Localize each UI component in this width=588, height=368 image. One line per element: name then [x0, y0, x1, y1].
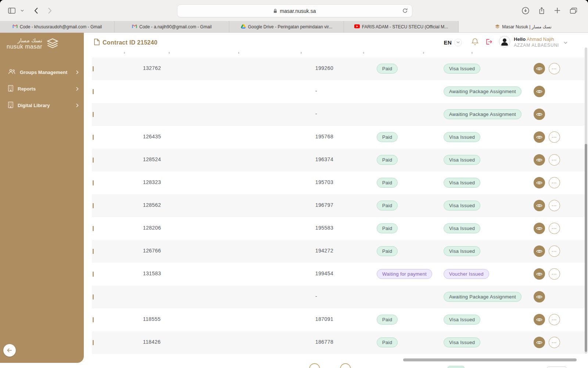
view-button[interactable] [534, 154, 545, 166]
row-flag [93, 203, 94, 208]
contract-number-cell: 131583 [143, 270, 161, 276]
more-actions-button[interactable]: ··· [549, 268, 560, 280]
visa-status-badge: Visa Issued [444, 178, 480, 188]
page-title: Contract ID 215240 [94, 39, 157, 47]
back-icon[interactable] [34, 7, 38, 14]
view-button[interactable] [534, 86, 545, 97]
page-size-select[interactable] [547, 367, 567, 368]
more-actions-button[interactable]: ··· [549, 245, 560, 257]
view-button[interactable] [534, 245, 545, 257]
browser-tab-bar: Code - khususraudoh@gmail.com - GmailCod… [0, 21, 588, 33]
visa-status-badge: Awaiting Package Assignment [444, 292, 521, 302]
column-sort-caret [169, 52, 170, 54]
refresh-icon[interactable] [402, 8, 408, 13]
horizontal-scrollbar-thumb[interactable] [403, 358, 577, 361]
table-row: -Awaiting Package Assignment [92, 286, 585, 308]
url-text: masar.nusuk.sa [280, 8, 316, 14]
contract-number-cell: 132762 [143, 65, 161, 71]
view-button[interactable] [534, 314, 545, 325]
more-actions-button[interactable]: ··· [549, 223, 560, 234]
row-flag [93, 249, 94, 254]
view-button[interactable] [534, 291, 545, 302]
more-actions-button[interactable]: ··· [549, 314, 560, 325]
visa-status-badge: Visa Issued [444, 315, 480, 325]
document-icon [94, 39, 100, 47]
reference-number-cell: 195768 [315, 134, 333, 139]
row-flag [93, 89, 94, 94]
share-icon[interactable] [539, 7, 545, 14]
tab-title: Code - khususraudoh@gmail.com - Gmail [20, 24, 102, 29]
more-actions-button[interactable]: ··· [549, 337, 560, 348]
sidebar-toggle-icon[interactable] [8, 8, 15, 14]
user-menu[interactable]: Hello Ahmad Najih AZZAM ALBAESUNI [499, 36, 567, 49]
column-sort-caret [301, 52, 302, 54]
visa-status-badge: Visa Issued [444, 155, 480, 165]
chevron-right-icon [76, 86, 79, 92]
row-flag [93, 180, 94, 185]
gmail-icon [132, 24, 137, 29]
payment-status-badge: Paid [377, 201, 398, 210]
reference-number-cell: - [315, 111, 317, 117]
user-first-name: Ahmad Najih [527, 36, 554, 42]
logout-icon[interactable] [485, 38, 492, 47]
sidebar-item-groups-management[interactable]: Groups Management [0, 64, 84, 81]
more-actions-button[interactable]: ··· [549, 154, 560, 166]
browser-tab-1[interactable]: Code - khususraudoh@gmail.com - Gmail [0, 21, 115, 32]
more-actions-button[interactable]: ··· [549, 200, 560, 211]
view-button[interactable] [534, 268, 545, 280]
logo-english: nusuk masar [7, 43, 42, 50]
view-button[interactable] [534, 337, 545, 348]
column-sort-caret [363, 52, 364, 54]
more-actions-button[interactable]: ··· [549, 63, 560, 74]
table-row: 128206195583PaidVisa Issued··· [92, 217, 585, 240]
contract-number-cell: 128524 [143, 156, 161, 162]
main-content: Contract ID 215240 EN [84, 33, 588, 368]
sidebar-item-digital-library[interactable]: Digital Library [0, 97, 84, 114]
browser-tab-5[interactable]: Masar Nusuk | نسك مسار [459, 21, 588, 32]
payment-status-badge: Paid [377, 337, 398, 347]
sidebar-item-reports[interactable]: Reports [0, 81, 84, 97]
view-button[interactable] [534, 63, 545, 74]
address-bar[interactable]: masar.nusuk.sa [177, 4, 412, 17]
table-row: 126435195768PaidVisa Issued··· [92, 126, 585, 149]
chevron-down-icon [454, 39, 462, 46]
payment-status-badge: Paid [377, 64, 398, 74]
view-button[interactable] [534, 109, 545, 120]
new-tab-icon[interactable] [554, 7, 560, 14]
view-button[interactable] [534, 177, 545, 188]
chevron-right-icon [76, 102, 79, 109]
payment-status-badge: Paid [377, 223, 398, 233]
column-sort-caret [238, 52, 239, 54]
view-button[interactable] [534, 131, 545, 143]
visa-status-badge: Visa Issued [444, 64, 480, 74]
reference-number-cell: - [315, 88, 317, 94]
view-button[interactable] [534, 223, 545, 234]
browser-tab-2[interactable]: Code - a.najih90@gmail.com - Gmail [115, 21, 229, 32]
payment-status-badge: Paid [377, 246, 398, 256]
reference-number-cell: 195583 [315, 225, 333, 231]
collapse-sidebar-button[interactable] [3, 344, 16, 357]
table-row: 132762199260PaidVisa Issued··· [92, 57, 585, 80]
view-button[interactable] [534, 200, 545, 211]
forward-icon[interactable] [48, 7, 52, 14]
language-code: EN [444, 39, 452, 46]
language-selector[interactable]: EN [444, 39, 462, 46]
downloads-icon[interactable] [522, 7, 529, 14]
browser-tab-4[interactable]: FARIS ADAM - STECU STECU (Official M... [344, 21, 459, 32]
more-actions-button[interactable]: ··· [549, 131, 560, 143]
masar-icon [495, 24, 500, 30]
logo-arabic: نسك مسار [17, 38, 42, 44]
chevron-down-icon[interactable] [21, 10, 24, 12]
visa-status-badge: Visa Issued [444, 201, 480, 210]
visa-status-badge: Visa Issued [444, 132, 480, 142]
browser-tab-3[interactable]: Google Drive - Peringatan pemindaian vir… [229, 21, 344, 32]
more-actions-button[interactable]: ··· [549, 177, 560, 188]
building-icon [8, 85, 13, 93]
notifications-bell-icon[interactable] [472, 38, 478, 47]
kaaba-logo-icon [46, 36, 59, 51]
row-flag [93, 340, 94, 345]
row-flag [93, 294, 94, 300]
tab-overview-icon[interactable] [570, 8, 577, 14]
payment-status-badge: Paid [377, 178, 398, 188]
vertical-scrollbar-thumb[interactable] [585, 144, 587, 352]
